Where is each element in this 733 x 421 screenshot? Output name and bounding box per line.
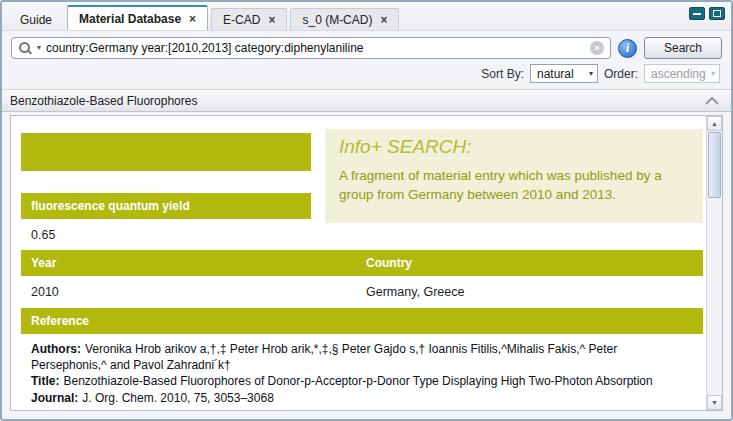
reference-journal: Journal:J. Org. Chem. 2010, 75, 3053–306… — [31, 391, 691, 407]
country-value: Germany, Greece — [366, 285, 703, 299]
info-search-title: Info+ SEARCH: — [339, 136, 689, 158]
title-label: Title: — [31, 374, 59, 388]
maximize-icon — [713, 10, 721, 17]
tab-label: E-CAD — [223, 13, 260, 27]
reference-header: Reference — [21, 308, 703, 334]
tab-s0-mcad[interactable]: s_0 (M-CAD) × — [290, 8, 399, 30]
info-button[interactable]: i — [618, 39, 637, 58]
tab-strip: Guide Material Database × E-CAD × s_0 (M… — [8, 5, 689, 30]
sort-by-dropdown[interactable]: natural ▾ — [530, 64, 598, 83]
sort-controls: Sort By: natural ▾ Order: ascending ▾ — [2, 63, 731, 89]
scrollbar-track[interactable] — [707, 131, 722, 395]
info-search-callout: Info+ SEARCH: A fragment of material ent… — [325, 129, 703, 223]
result-section-header[interactable]: Benzothiazole-Based Fluorophores — [2, 89, 731, 112]
clear-search-icon[interactable]: × — [590, 41, 604, 55]
title-value: Benzothiazole-Based Fluorophores of Dono… — [63, 374, 652, 388]
vertical-scrollbar[interactable]: ▲ ▼ — [706, 116, 722, 410]
close-icon[interactable]: × — [189, 13, 196, 25]
order-label: Order: — [604, 67, 638, 81]
sort-by-value: natural — [537, 67, 574, 81]
maximize-button[interactable] — [709, 7, 725, 20]
reference-title: Title:Benzothiazole-Based Fluorophores o… — [31, 374, 691, 390]
journal-label: Journal: — [31, 391, 78, 405]
year-column-header: Year — [21, 256, 366, 270]
search-input[interactable] — [46, 39, 585, 57]
reference-header-label: Reference — [31, 314, 89, 328]
search-bar: ▾ × i Search — [2, 31, 731, 63]
quantum-yield-value: 0.65 — [31, 228, 55, 242]
sort-by-label: Sort By: — [481, 67, 524, 81]
reference-text: Authors:Veronika Hrob arikov a,†,‡ Peter… — [21, 342, 697, 407]
year-country-header-row: Year Country — [21, 250, 703, 276]
order-value: ascending — [651, 67, 706, 81]
journal-value: J. Org. Chem. 2010, 75, 3053–3068 — [82, 391, 273, 405]
authors-value: Veronika Hrob arikov a,†,‡ Peter Hrob ar… — [31, 342, 617, 372]
info-icon: i — [626, 40, 630, 56]
chevron-down-icon: ▾ — [589, 70, 593, 78]
tab-label: Material Database — [79, 12, 181, 26]
scrollbar-thumb[interactable] — [708, 132, 721, 198]
tab-label: Guide — [20, 13, 52, 27]
tab-guide[interactable]: Guide — [8, 8, 64, 30]
application-window: Guide Material Database × E-CAD × s_0 (M… — [0, 0, 733, 421]
quantum-yield-header: fluorescence quantum yield — [21, 193, 311, 219]
structure-placeholder-bar — [21, 133, 311, 171]
tab-bar: Guide Material Database × E-CAD × s_0 (M… — [2, 2, 731, 31]
collapse-chevron-icon[interactable] — [705, 97, 719, 105]
section-title: Benzothiazole-Based Fluorophores — [10, 94, 197, 108]
window-controls — [689, 5, 725, 20]
close-icon[interactable]: × — [380, 14, 387, 26]
tab-e-cad[interactable]: E-CAD × — [211, 8, 287, 30]
search-input-container[interactable]: ▾ × — [11, 37, 611, 59]
quantum-yield-header-label: fluorescence quantum yield — [31, 199, 190, 213]
info-search-body: A fragment of material entry which was p… — [339, 167, 689, 205]
country-column-header: Country — [366, 256, 703, 270]
authors-label: Authors: — [31, 342, 81, 356]
minimize-icon — [693, 13, 701, 15]
year-country-row: 2010 Germany, Greece — [21, 280, 703, 304]
tab-material-database[interactable]: Material Database × — [67, 5, 208, 30]
search-button[interactable]: Search — [644, 37, 722, 59]
scroll-down-button[interactable]: ▼ — [707, 395, 722, 410]
arrow-up-icon: ▲ — [711, 120, 718, 127]
close-icon[interactable]: × — [268, 14, 275, 26]
tab-label: s_0 (M-CAD) — [302, 13, 372, 27]
year-value: 2010 — [21, 285, 366, 299]
search-options-caret-icon[interactable]: ▾ — [37, 44, 41, 52]
arrow-down-icon: ▼ — [711, 399, 718, 406]
scroll-up-button[interactable]: ▲ — [707, 116, 722, 131]
search-icon[interactable] — [18, 41, 32, 55]
reference-authors: Authors:Veronika Hrob arikov a,†,‡ Peter… — [31, 342, 691, 373]
order-dropdown: ascending ▾ — [644, 64, 720, 83]
minimize-button[interactable] — [689, 7, 705, 20]
result-panel: Info+ SEARCH: A fragment of material ent… — [10, 115, 723, 411]
chevron-down-icon: ▾ — [711, 70, 715, 78]
